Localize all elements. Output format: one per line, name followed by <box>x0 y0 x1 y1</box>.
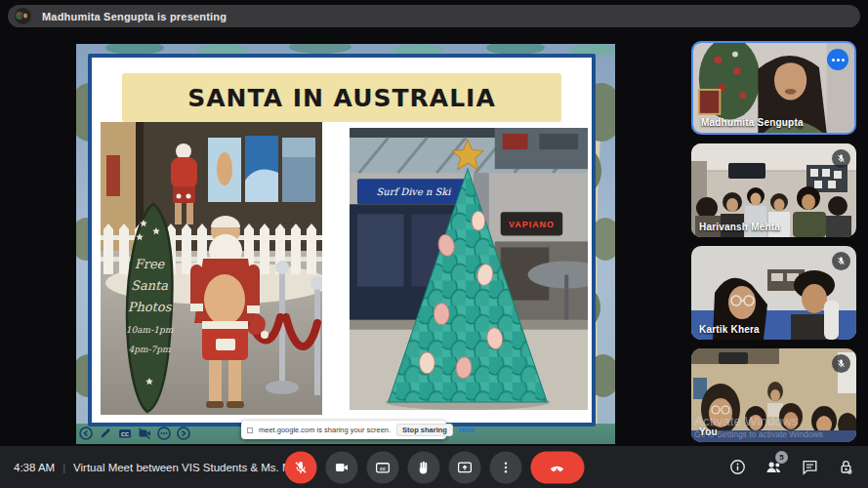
stop-sharing-button[interactable]: Stop sharing <box>396 424 453 436</box>
presenting-notice-bar: Madhumita Sengupta is presenting <box>8 5 860 27</box>
camera-off-icon[interactable] <box>137 426 151 440</box>
clock-time: 4:38 AM <box>14 462 55 473</box>
host-controls-icon[interactable] <box>836 458 855 477</box>
participant-name: Madhumita Sengupta <box>701 117 804 128</box>
participant-tile-madhumita[interactable]: Madhumita Sengupta <box>691 41 856 135</box>
shared-screen: SANTA IN AUSTRALIA <box>76 44 615 444</box>
present-screen-button[interactable] <box>448 451 480 483</box>
meet-control-bar: 4:38 AM | Virtual Meet between VIS Stude… <box>0 446 868 488</box>
prev-slide-icon[interactable] <box>78 426 93 440</box>
people-icon[interactable]: 5 <box>764 458 783 477</box>
participant-tile-kartik[interactable]: Kartik Khera <box>691 246 856 340</box>
divider: | <box>62 462 65 473</box>
presenter-avatar <box>15 8 31 24</box>
participant-name: You <box>699 427 718 437</box>
captions-button[interactable]: cc <box>366 451 398 483</box>
chalkboard-line-3: Photos <box>128 300 173 314</box>
presenting-notice-text: Madhumita Sengupta is presenting <box>42 11 227 22</box>
meeting-title: Virtual Meet between VIS Students & Ms. … <box>73 462 303 473</box>
photo-flipflop-tree: Surf Dive n Ski VAPIANO <box>350 128 588 410</box>
next-slide-icon[interactable] <box>176 426 190 440</box>
info-icon[interactable] <box>727 458 747 477</box>
more-options-button[interactable] <box>489 451 521 483</box>
participant-name: Kartik Khera <box>699 324 760 335</box>
slide-title: SANTA IN AUSTRALIA <box>187 84 496 112</box>
participant-tile-you[interactable]: You <box>691 348 856 442</box>
more-icon[interactable] <box>156 426 171 440</box>
participant-name: Harivansh Mehta <box>699 222 780 232</box>
captions-icon[interactable]: CC <box>117 426 132 440</box>
photo-santa-surfboard: Free Santa Photos 10am-1pm 4pm-7pm <box>101 122 322 415</box>
screen-share-banner: meet.google.com is sharing your screen. … <box>241 421 446 439</box>
chalkboard-line-1: Free <box>135 257 166 271</box>
share-site-icon <box>247 427 253 433</box>
mic-off-button[interactable] <box>284 451 316 483</box>
chat-icon[interactable] <box>800 458 819 477</box>
tile-more-options-button[interactable] <box>827 49 848 70</box>
slide-title-banner: SANTA IN AUSTRALIA <box>122 73 561 122</box>
share-message: meet.google.com is sharing your screen. <box>259 426 391 434</box>
meeting-panels: 5 <box>727 446 855 488</box>
mic-muted-icon <box>832 149 850 168</box>
meeting-info: 4:38 AM | Virtual Meet between VIS Stude… <box>14 446 303 488</box>
call-controls: cc <box>284 451 584 483</box>
slide: SANTA IN AUSTRALIA <box>88 54 596 427</box>
raise-hand-button[interactable] <box>407 451 439 483</box>
svg-text:cc: cc <box>380 465 386 470</box>
hide-banner-button[interactable]: Hide <box>459 426 475 434</box>
pen-icon[interactable] <box>98 426 112 440</box>
chalkboard-line-4: 10am-1pm <box>126 325 174 335</box>
camera-button[interactable] <box>325 451 357 483</box>
participant-count-badge: 5 <box>775 451 788 464</box>
chalkboard-line-2: Santa <box>131 278 168 293</box>
mic-muted-icon <box>832 252 850 270</box>
slides-presenter-toolbar: CC <box>78 426 190 440</box>
chalkboard-line-5: 4pm-7pm <box>128 345 171 354</box>
surf-shop-sign: Surf Dive n Ski <box>376 186 451 197</box>
participant-tile-harivansh[interactable]: Harivansh Mehta <box>691 143 856 237</box>
mic-muted-icon <box>832 354 850 373</box>
vapiano-sign: VAPIANO <box>509 220 555 229</box>
svg-text:CC: CC <box>121 430 129 436</box>
meet-window: Madhumita Sengupta is presenting SANTA I… <box>0 0 868 488</box>
end-call-button[interactable] <box>530 451 584 483</box>
